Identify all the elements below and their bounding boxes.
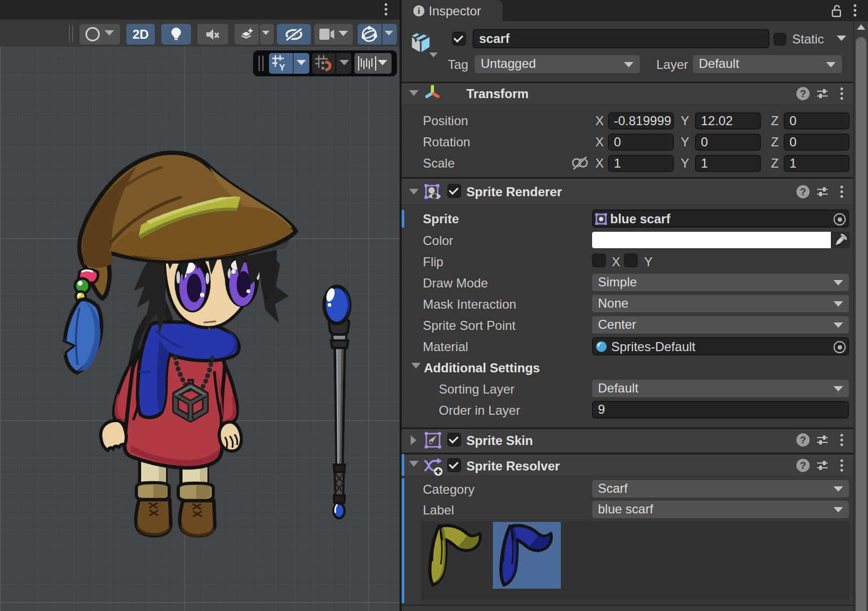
- svg-text:Y: Y: [279, 63, 285, 72]
